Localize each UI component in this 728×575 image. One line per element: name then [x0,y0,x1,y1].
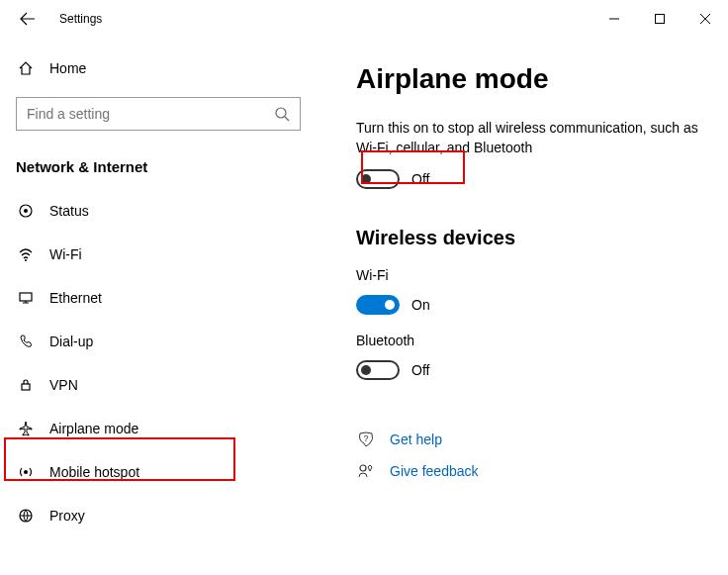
search-box[interactable] [16,97,301,131]
dialup-icon [16,334,36,349]
svg-text:?: ? [363,433,368,443]
vpn-icon [16,377,36,393]
page-title: Airplane mode [356,63,708,95]
minimize-button[interactable] [592,4,637,34]
sidebar-home-label: Home [49,60,86,76]
wifi-toggle[interactable] [356,295,400,315]
get-help-label: Get help [390,431,442,447]
bluetooth-toggle-label: Off [411,362,429,378]
search-input[interactable] [27,106,274,122]
sidebar-item-wifi[interactable]: Wi-Fi [16,233,301,276]
ethernet-icon [16,290,36,306]
give-feedback-link[interactable]: Give feedback [356,455,708,487]
close-icon [700,14,710,24]
sidebar-home[interactable]: Home [16,49,301,87]
category-title: Network & Internet [16,158,301,175]
sidebar-item-label: VPN [49,377,78,393]
sidebar-item-label: Dial-up [49,334,93,349]
feedback-icon [356,463,376,479]
titlebar: Settings [0,0,728,38]
close-button[interactable] [682,4,728,34]
svg-rect-0 [656,15,665,24]
svg-point-3 [24,209,28,213]
svg-point-7 [24,470,28,474]
wifi-toggle-label: On [411,297,430,313]
svg-point-4 [25,259,27,261]
search-icon [274,106,290,122]
sidebar-item-vpn[interactable]: VPN [16,363,301,407]
maximize-button[interactable] [637,4,682,34]
main-content: Airplane mode Turn this on to stop all w… [317,38,728,575]
sidebar: Home Network & Internet Status Wi-Fi [0,38,317,575]
minimize-icon [609,14,619,24]
sidebar-item-airplane[interactable]: Airplane mode [16,407,301,450]
arrow-left-icon [20,11,36,27]
sidebar-item-hotspot[interactable]: Mobile hotspot [16,450,301,494]
sidebar-item-proxy[interactable]: Proxy [16,494,301,537]
maximize-icon [655,14,665,24]
bluetooth-label: Bluetooth [356,333,708,348]
wireless-devices-heading: Wireless devices [356,227,708,249]
sidebar-item-label: Ethernet [49,290,102,306]
airplane-mode-toggle[interactable] [356,169,400,189]
sidebar-item-label: Airplane mode [49,421,138,436]
sidebar-item-ethernet[interactable]: Ethernet [16,276,301,320]
sidebar-item-label: Wi-Fi [49,246,82,262]
help-icon: ? [356,431,376,447]
hotspot-icon [16,464,36,480]
airplane-icon [16,421,36,436]
sidebar-item-status[interactable]: Status [16,189,301,233]
wifi-label: Wi-Fi [356,267,708,283]
window-title: Settings [59,12,102,26]
wifi-icon [16,246,36,262]
proxy-icon [16,508,36,524]
page-description: Turn this on to stop all wireless commun… [356,119,708,157]
svg-rect-6 [22,384,30,390]
get-help-link[interactable]: ? Get help [356,424,708,455]
sidebar-item-label: Mobile hotspot [49,464,139,480]
airplane-mode-toggle-label: Off [411,171,429,187]
sidebar-item-dialup[interactable]: Dial-up [16,320,301,363]
bluetooth-toggle[interactable] [356,360,400,380]
window-controls [592,4,728,34]
svg-point-1 [276,108,286,118]
back-button[interactable] [16,7,40,31]
svg-rect-5 [20,293,32,301]
sidebar-item-label: Status [49,203,89,219]
svg-point-10 [360,465,366,471]
sidebar-item-label: Proxy [49,508,85,524]
home-icon [16,60,36,76]
give-feedback-label: Give feedback [390,463,479,479]
status-icon [16,203,36,219]
